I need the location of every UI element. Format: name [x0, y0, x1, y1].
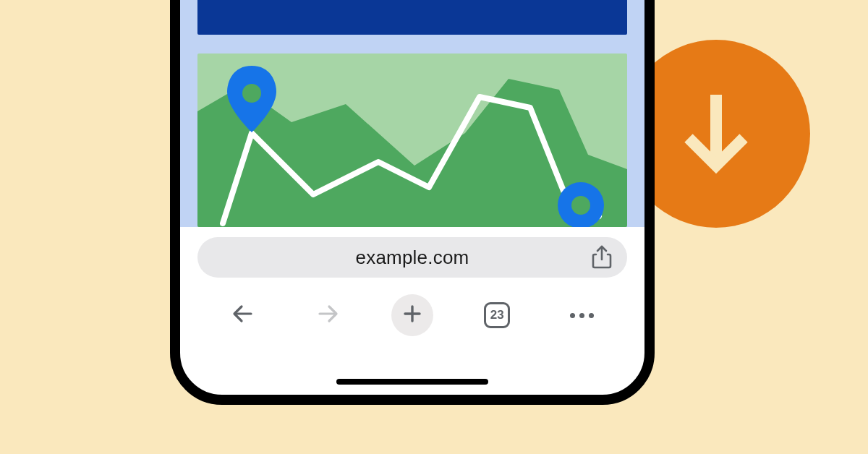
address-bar[interactable]: example.com: [197, 237, 627, 278]
forward-icon: [315, 301, 340, 329]
map-illustration: [197, 53, 627, 227]
back-icon: [231, 301, 255, 329]
more-button[interactable]: [561, 294, 603, 336]
share-icon[interactable]: [590, 245, 614, 270]
location-dot-icon: [558, 182, 604, 227]
tabs-count: 23: [490, 308, 504, 322]
forward-button[interactable]: [307, 294, 349, 336]
svg-point-1: [242, 84, 261, 103]
url-text: example.com: [356, 247, 469, 269]
tabs-count-badge: 23: [484, 302, 510, 328]
download-icon: [665, 82, 767, 186]
phone-frame: example.com: [170, 0, 655, 405]
new-tab-button[interactable]: [391, 294, 433, 336]
back-button[interactable]: [222, 294, 264, 336]
tabs-button[interactable]: 23: [476, 294, 518, 336]
svg-point-3: [571, 196, 590, 215]
home-indicator: [336, 379, 488, 385]
page-content: [180, 0, 644, 227]
more-icon: [570, 313, 594, 318]
plus-icon: [402, 304, 422, 327]
browser-toolbar: 23: [180, 282, 644, 348]
address-bar-area: example.com: [180, 228, 644, 282]
header-bar: [197, 0, 627, 35]
